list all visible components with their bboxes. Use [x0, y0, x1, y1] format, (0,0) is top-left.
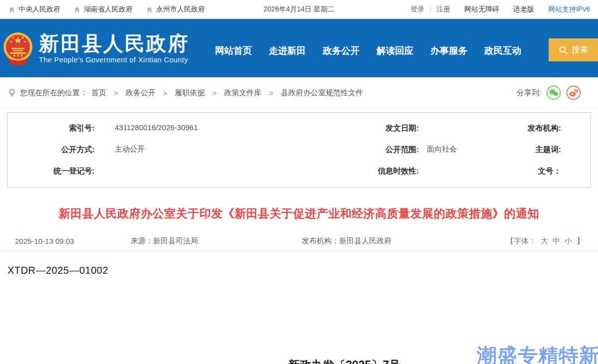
font-label-open: 【字体：	[506, 236, 536, 246]
current-date: 2026年4月14日 星期二	[263, 5, 334, 14]
share-group: 分享到:	[517, 85, 581, 100]
share-label: 分享到:	[517, 88, 541, 98]
breadcrumb: 您现在所在的位置：首页>政务公开>履职依据>政策文件库>县政府办公室规范性文件	[8, 88, 363, 98]
search-button[interactable]: 搜索	[549, 38, 598, 61]
breadcrumb-item-normative-docs[interactable]: 县政府办公室规范性文件	[281, 88, 363, 98]
login-register-group: 登录 | 注册	[410, 5, 450, 14]
breadcrumb-prefix: 您现在所在的位置：	[20, 88, 87, 98]
elder-version-link[interactable]: 适老版	[513, 5, 534, 14]
meta-label-registration-no: 统一登记号:	[7, 161, 95, 182]
watermark-text: 潮盛专精特新	[477, 342, 598, 364]
publish-time: 2025-10-13 09:03	[15, 237, 131, 245]
font-size-medium-button[interactable]: 中	[553, 236, 560, 246]
link-yongzhou-government[interactable]: 永州市人民政府	[146, 5, 205, 14]
meta-value-issuing-agency	[561, 118, 591, 139]
location-pin-icon	[8, 88, 16, 98]
meta-label-validity: 信息时效性:	[244, 161, 419, 182]
publisher-value: 新田县人民政府	[339, 236, 392, 245]
article-meta-bar: 2025-10-13 09:03 来源：新田县司法局 发布机构：新田县人民政府 …	[0, 231, 598, 251]
font-label-close: 】	[577, 236, 584, 246]
breadcrumb-item-disclosure[interactable]: 政务公开	[126, 88, 156, 98]
nav-gov-disclosure[interactable]: 政务公开	[323, 44, 360, 57]
gov-link-label: 湖南省人民政府	[84, 5, 133, 14]
wechat-share-icon[interactable]	[546, 85, 561, 100]
link-hunan-government[interactable]: 湖南省人民政府	[73, 5, 133, 14]
article-title: 新田县人民政府办公室关于印发《新田县关于促进产业和经济高质量发展的政策措施》的通…	[0, 206, 598, 221]
login-link[interactable]: 登录	[410, 5, 424, 14]
national-emblem-icon	[3, 31, 33, 66]
topbar-actions: 登录 | 注册 网站无障碍 适老版 网站支持IPv6	[410, 5, 590, 14]
document-registration-number: XTDR—2025—01002	[7, 265, 598, 276]
meta-value-disclosure-scope: 面向社会	[419, 139, 506, 161]
nav-about-xintian[interactable]: 走进新田	[269, 44, 306, 57]
register-link[interactable]: 注册	[436, 5, 450, 14]
meta-label-doc-number: 文号：	[506, 161, 561, 182]
meta-value-validity	[419, 161, 506, 182]
meta-label-subject-words: 主题词:	[506, 139, 561, 161]
meta-value-registration-no	[95, 161, 244, 182]
breadcrumb-separator: >	[114, 89, 118, 97]
nav-home[interactable]: 网站首页	[215, 44, 252, 57]
accessibility-link[interactable]: 网站无障碍	[464, 5, 499, 14]
source-label: 来源：	[131, 236, 153, 245]
article-publisher: 发布机构：新田县人民政府	[302, 236, 506, 246]
link-central-government[interactable]: 中央人民政府	[8, 5, 60, 14]
meta-label-issue-date: 发文日期:	[244, 118, 419, 139]
metadata-grid: 索引号: 4311280016/2026-30961 发文日期: 发布机构: 公…	[7, 118, 591, 182]
site-name-english: The People's Government of Xintian Count…	[39, 56, 189, 64]
weibo-share-icon[interactable]	[566, 85, 581, 100]
article-body: XTDR—2025—01002	[0, 251, 598, 276]
meta-value-disclosure-method: 主动公开	[95, 139, 244, 161]
breadcrumb-item-home[interactable]: 首页	[91, 88, 106, 98]
meta-label-disclosure-method: 公开方式:	[7, 139, 95, 161]
document-metadata-box: 索引号: 4311280016/2026-30961 发文日期: 发布机构: 公…	[7, 112, 591, 187]
home-icon	[146, 6, 153, 13]
gov-link-label: 中央人民政府	[18, 5, 60, 14]
breadcrumb-item-policy-library[interactable]: 政策文件库	[224, 88, 261, 98]
gov-links: 中央人民政府 湖南省人民政府 永州市人民政府	[8, 5, 205, 14]
breadcrumb-item-duty-basis[interactable]: 履职依据	[175, 88, 205, 98]
meta-value-issue-date	[419, 118, 506, 139]
divider: |	[429, 5, 431, 13]
font-size-small-button[interactable]: 小	[565, 236, 572, 246]
document-reference-number-partial: 新政办发〔2025〕7号	[288, 358, 400, 364]
ipv6-support-link[interactable]: 网站支持IPv6	[548, 5, 590, 14]
publisher-label: 发布机构：	[302, 236, 339, 245]
search-icon	[559, 45, 568, 55]
meta-value-subject-words	[561, 139, 591, 161]
home-icon	[73, 6, 81, 13]
site-logo[interactable]: 新田县人民政府 The People's Government of Xinti…	[3, 30, 189, 66]
meta-label-index-no: 索引号:	[7, 118, 95, 139]
font-size-controls: 【字体： 大 中 小 】	[506, 236, 584, 246]
site-title-block: 新田县人民政府 The People's Government of Xinti…	[39, 33, 189, 64]
meta-label-disclosure-scope: 公开范围:	[244, 139, 419, 161]
gov-link-label: 永州市人民政府	[156, 5, 205, 14]
breadcrumb-separator: >	[269, 89, 273, 97]
source-value: 新田县司法局	[153, 236, 198, 245]
home-icon	[8, 6, 15, 13]
font-size-large-button[interactable]: 大	[541, 236, 548, 246]
nav-interaction[interactable]: 政民互动	[484, 44, 521, 57]
meta-value-index-no: 4311280016/2026-30961	[95, 118, 244, 139]
site-name: 新田县人民政府	[39, 33, 189, 54]
search-button-label: 搜索	[572, 44, 589, 55]
main-navigation: 网站首页 走进新田 政务公开 解读回应 办事服务 政民互动	[215, 44, 521, 57]
site-header: 新田县人民政府 The People's Government of Xinti…	[0, 19, 598, 77]
article-source: 来源：新田县司法局	[131, 236, 302, 246]
breadcrumb-bar: 您现在所在的位置：首页>政务公开>履职依据>政策文件库>县政府办公室规范性文件 …	[0, 77, 598, 109]
nav-services[interactable]: 办事服务	[430, 44, 467, 57]
breadcrumb-separator: >	[163, 89, 168, 97]
top-utility-bar: 中央人民政府 湖南省人民政府 永州市人民政府 2026年4月14日 星期二 登录…	[0, 0, 598, 19]
breadcrumb-separator: >	[212, 89, 217, 97]
meta-label-issuing-agency: 发布机构:	[506, 118, 561, 139]
meta-value-doc-number	[561, 161, 591, 182]
nav-interpretation[interactable]: 解读回应	[377, 44, 413, 57]
